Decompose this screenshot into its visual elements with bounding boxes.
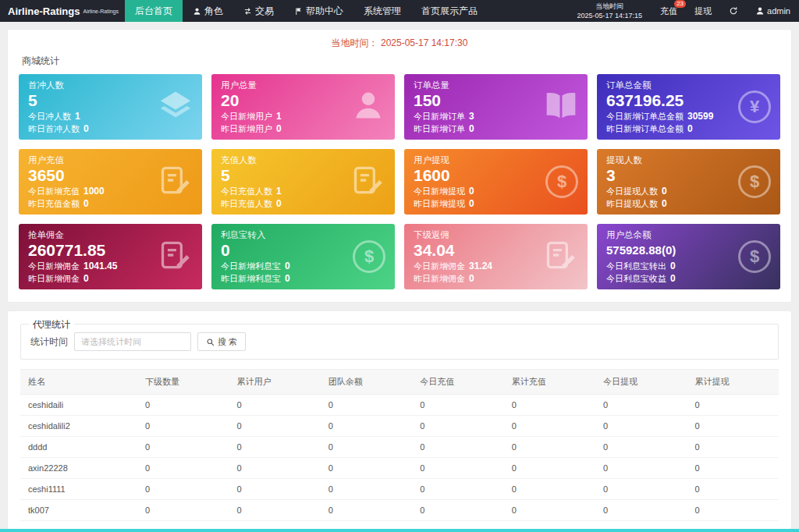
table-cell: 0 [504, 479, 595, 500]
nav-item[interactable]: 系统管理 [353, 0, 411, 22]
stat-card: 抢单佣金260771.85今日新增佣金1041.45昨日新增佣金0 [19, 224, 202, 289]
nav-item[interactable]: 后台首页 [125, 0, 183, 22]
subline-label: 今日充值人数 [221, 186, 272, 196]
table-cell: 0 [321, 437, 412, 458]
table-cell: 0 [412, 395, 503, 416]
brand-text: Airline-Ratings [8, 5, 80, 17]
table-cell: 0 [595, 416, 687, 437]
subline-label: 今日新增利息宝 [221, 261, 281, 271]
table-cell: 0 [687, 500, 779, 521]
subline-label: 昨日新增佣金 [414, 274, 465, 283]
nav-item-label: 后台首页 [135, 5, 172, 18]
recharge-badge: 23 [674, 0, 686, 8]
nav-item[interactable]: 角色 [183, 0, 233, 22]
table-cell: 0 [229, 395, 320, 416]
subline-label: 今日提现人数 [606, 186, 658, 196]
stat-time-input[interactable] [74, 332, 191, 351]
agent-name-cell: axin22228 [20, 458, 137, 479]
subline-value: 0 [83, 273, 89, 284]
subline-value: 0 [83, 198, 89, 209]
stat-card-title: 订单总金额 [606, 80, 771, 91]
agent-name-cell: ceshi1111 [20, 479, 137, 500]
stat-card-subline: 昨日新增提现0 [414, 197, 578, 210]
table-cell: 0 [321, 416, 412, 437]
topbar-time-label: 当地时间 [577, 2, 642, 11]
table-cell: 0 [504, 395, 595, 416]
table-cell: 0 [595, 458, 687, 479]
stat-card: 提现人数3今日提现人数0昨日提现人数0$ [597, 149, 780, 215]
stat-card-subline: 昨日新增订单总金额0 [606, 122, 771, 135]
recharge-button[interactable]: 充值 23 [652, 0, 686, 22]
subline-value: 0 [687, 123, 693, 134]
book-icon [544, 88, 578, 126]
table-cell: 0 [137, 437, 229, 458]
withdraw-label: 提现 [694, 5, 712, 17]
user-menu[interactable]: admin [747, 0, 799, 22]
agent-filter-box: 代理统计 统计时间 搜 索 [20, 324, 779, 360]
dollar-circle-icon: $ [738, 165, 771, 198]
brand: Airline-Ratings Airline-Ratings [0, 0, 125, 22]
stat-card: 订单总金额637196.25今日新增订单总金额30599昨日新增订单总金额0¥ [597, 74, 780, 140]
local-time-row: 当地时间： 2025-05-17 14:17:30 [8, 30, 791, 50]
stat-card-title: 用户提现 [414, 154, 578, 166]
subline-value: 30599 [687, 111, 713, 122]
stats-grid: 首冲人数5今日冲人数1昨日首冲人数0用户总量20今日新增用户1昨日新增用户0订单… [8, 68, 791, 302]
flag-icon [294, 7, 303, 16]
table-cell: 0 [504, 500, 595, 521]
topbar-time-value: 2025-05-17 14:17:15 [577, 11, 642, 20]
refresh-button[interactable] [720, 0, 747, 22]
pen-icon [351, 163, 385, 200]
stat-card-subline: 昨日新增利息宝0 [221, 272, 385, 285]
table-cell: 0 [229, 458, 320, 479]
subline-value: 0 [662, 186, 667, 197]
subline-label: 今日新增提现 [414, 186, 465, 196]
search-icon [206, 338, 215, 346]
agent-table-header-row: 姓名下级数量累计用户团队余额今日充值累计充值今日提现累计提现 [20, 370, 779, 395]
nav-item[interactable]: 帮助中心 [284, 0, 353, 22]
subline-value: 1000 [83, 186, 105, 197]
subline-label: 昨日新增订单 [414, 124, 465, 133]
subline-value: 3 [469, 111, 474, 122]
stat-card: 用户充值3650今日新增充值1000昨日充值金额0 [19, 149, 202, 215]
subline-value: 0 [469, 198, 474, 209]
table-row: ceshidaili0000000 [20, 395, 779, 416]
agent-section-title: 代理统计 [29, 318, 74, 332]
stat-card: 用户总量20今日新增用户1昨日新增用户0 [211, 74, 395, 140]
table-cell: 0 [412, 458, 503, 479]
subline-value: 1 [75, 111, 80, 122]
stat-card-title: 用户总余额 [606, 229, 771, 241]
brand-subtext: Airline-Ratings [83, 9, 119, 14]
subline-value: 0 [83, 123, 89, 134]
table-cell: 0 [137, 458, 229, 479]
subline-label: 昨日新增提现 [414, 199, 465, 208]
subline-value: 0 [285, 273, 290, 284]
subline-value: 0 [662, 198, 667, 209]
topbar: Airline-Ratings Airline-Ratings 后台首页角色交易… [0, 0, 799, 22]
search-button[interactable]: 搜 索 [197, 332, 246, 351]
stat-card: 利息宝转入0今日新增利息宝0昨日新增利息宝0$ [211, 224, 395, 289]
exchange-icon [243, 7, 252, 16]
local-time-label: 当地时间： [332, 37, 378, 48]
table-cell: 0 [595, 395, 687, 416]
subline-label: 昨日充值金额 [28, 199, 80, 208]
stats-panel: 当地时间： 2025-05-17 14:17:30 商城统计 首冲人数5今日冲人… [8, 30, 791, 302]
table-cell: 0 [321, 395, 412, 416]
subline-value: 0 [276, 123, 282, 134]
nav-item[interactable]: 交易 [233, 0, 284, 22]
table-cell: 0 [137, 395, 229, 416]
subline-label: 今日新增订单 [414, 112, 465, 121]
table-cell: 0 [412, 416, 503, 437]
subline-value: 0 [469, 186, 474, 197]
table-cell: 0 [504, 416, 595, 437]
stats-section-title: 商城统计 [8, 50, 791, 68]
table-header-cell: 累计提现 [687, 370, 779, 395]
agent-panel: 代理统计 统计时间 搜 索 姓名下级数量累计用户团队余额今日充值累计充值今日提现… [8, 311, 791, 529]
nav-item-label: 首页展示产品 [421, 5, 478, 18]
withdraw-button[interactable]: 提现 [686, 0, 720, 22]
subline-value: 0 [276, 198, 282, 209]
agent-filter-row: 统计时间 搜 索 [30, 332, 769, 351]
table-header-cell: 团队余额 [321, 370, 412, 395]
nav-item[interactable]: 首页展示产品 [411, 0, 488, 22]
stat-card: 订单总量150今日新增订单3昨日新增订单0 [404, 74, 588, 140]
table-cell: 0 [412, 500, 503, 521]
